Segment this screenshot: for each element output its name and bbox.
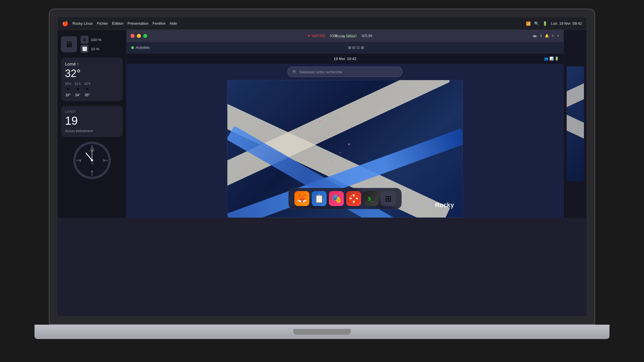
right-panel bbox=[564, 30, 586, 218]
forecast-temp-1: 34° bbox=[75, 93, 80, 97]
right-ribbon-1 bbox=[567, 78, 584, 115]
activities-section: Activités bbox=[131, 45, 150, 50]
battery-icon: 🔋 bbox=[543, 21, 547, 26]
search-placeholder: Saisissez votre recherche bbox=[299, 70, 342, 74]
laptop-base bbox=[34, 325, 610, 339]
dock-grid[interactable]: ⊞ bbox=[381, 191, 396, 206]
widgets-sidebar: 🖥 🖥 100 % ⬜ 10 % bbox=[57, 30, 126, 218]
weather-city: Lomé ↑ bbox=[65, 61, 119, 66]
vm-monitor-icon: 🖥 bbox=[61, 36, 77, 52]
mac-menubar: 🍎 Rocky Linux Fichier Édition Présentati… bbox=[57, 17, 586, 30]
forecast-icon-2: ☀ bbox=[85, 86, 89, 92]
menu-edition[interactable]: Édition bbox=[112, 21, 124, 26]
ticker-brxb-value: 405,99 bbox=[362, 34, 372, 38]
gnome-clock: 19 févr. 10:42 bbox=[334, 57, 356, 61]
dock-camera[interactable]: 🎭 bbox=[329, 191, 344, 206]
dock-notes[interactable]: 📋 bbox=[312, 191, 327, 206]
utm-titlebar: ▼ S&P 500 5006 ▲ BRX-B 405,99 Rocky Linu… bbox=[126, 30, 564, 42]
gnome-search-box[interactable]: 🔍 Saisissez votre recherche bbox=[288, 67, 402, 77]
forecast-hour-1: 11 h bbox=[74, 82, 80, 85]
toolbar-icon-2[interactable]: ⬇ bbox=[540, 34, 543, 38]
forecast-10h: 10 h ☀ 33° bbox=[65, 82, 71, 97]
gnome-tray-icons: 👥 📊 🔋 bbox=[544, 57, 559, 61]
analog-clock: 12 CUP 3 6 -8 9 bbox=[73, 142, 111, 179]
toolbar-icons-group: ⊞ ⊟ ⊡ ⊞ bbox=[348, 45, 364, 50]
rocky-toolbar: Activités ⊞ ⊟ ⊡ ⊞ bbox=[126, 42, 564, 53]
toolbar-icon-1[interactable]: ◀▶ bbox=[532, 34, 537, 38]
utm-window: ▼ S&P 500 5006 ▲ BRX-B 405,99 Rocky Linu… bbox=[126, 30, 564, 218]
minimize-button[interactable] bbox=[137, 34, 141, 38]
search-menu-icon[interactable]: 🔍 bbox=[534, 21, 539, 26]
toolbar-right: ◀▶ ⬇ 🔔 ↻ ✕ bbox=[532, 34, 559, 38]
forecast-11h: 11 h ☀ 34° bbox=[74, 82, 80, 97]
forecast-icon-0: ☀ bbox=[66, 86, 70, 92]
vm-stats: 🖥 100 % ⬜ 10 % bbox=[80, 36, 101, 53]
fullscreen-button[interactable] bbox=[143, 34, 147, 38]
calendar-event: Aucun événement bbox=[65, 129, 119, 133]
svg-text:-8: -8 bbox=[91, 162, 93, 165]
vm-display[interactable]: 19 févr. 10:42 👥 📊 🔋 🔍 Sais bbox=[126, 53, 564, 218]
cpu-stat-row: 🖥 100 % bbox=[80, 36, 101, 44]
menu-fenetre[interactable]: Fenêtre bbox=[153, 21, 166, 26]
vm-content: Activités ⊞ ⊟ ⊡ ⊞ 19 févr. 10:42 bbox=[126, 42, 564, 218]
window-controls bbox=[131, 34, 147, 38]
svg-text:3: 3 bbox=[103, 159, 105, 162]
ticker-sp500-label: ▼ S&P 500 bbox=[307, 34, 325, 38]
rocky-logo: ^ Rocky bbox=[430, 201, 454, 209]
toolbar-icon-3[interactable]: 🔔 bbox=[545, 34, 549, 38]
weather-temperature: 32° bbox=[65, 68, 119, 80]
gnome-tray: 👥 📊 🔋 bbox=[544, 57, 559, 61]
laptop-shell: 🍎 Rocky Linux Fichier Édition Présentati… bbox=[34, 9, 610, 353]
particle-3 bbox=[337, 118, 338, 119]
activities-label[interactable]: Activités bbox=[136, 45, 150, 50]
svg-text:6: 6 bbox=[91, 170, 93, 173]
particle-9 bbox=[365, 178, 367, 180]
rocky-chevron-icon: ^ bbox=[430, 202, 433, 208]
app-name[interactable]: Rocky Linux bbox=[72, 21, 93, 26]
dock-firefox[interactable]: 🦊 bbox=[294, 191, 309, 206]
cpu-usage: 100 % bbox=[91, 38, 101, 42]
close-button[interactable] bbox=[131, 34, 135, 38]
clock-face-svg: 12 CUP 3 6 -8 9 bbox=[74, 142, 110, 179]
dock-lifebuoy[interactable]: 🛟 bbox=[346, 191, 361, 206]
svg-point-13 bbox=[91, 159, 93, 161]
mem-icon: ⬜ bbox=[80, 45, 89, 53]
toolbar-icon-4[interactable]: ↻ bbox=[551, 34, 554, 38]
right-panel-preview bbox=[567, 66, 584, 181]
grid-icon: ⊞ bbox=[385, 194, 392, 203]
window-title: Rocky Linux bbox=[335, 34, 355, 38]
gnome-search-bar: 🔍 Saisissez votre recherche bbox=[288, 67, 402, 77]
apple-logo-icon[interactable]: 🍎 bbox=[62, 20, 68, 27]
screen-bezel: 🍎 Rocky Linux Fichier Édition Présentati… bbox=[49, 9, 595, 325]
gnome-topbar: 19 févr. 10:42 👥 📊 🔋 bbox=[126, 53, 564, 64]
toolbar-icon-5[interactable]: ✕ bbox=[557, 34, 559, 38]
right-ribbon-2 bbox=[567, 107, 584, 144]
particle-1 bbox=[319, 120, 321, 122]
forecast-hour-0: 10 h bbox=[65, 82, 71, 85]
particle-5 bbox=[348, 143, 350, 145]
search-icon: 🔍 bbox=[292, 70, 297, 74]
cpu-icon: 🖥 bbox=[80, 36, 89, 44]
mem-stat-row: ⬜ 10 % bbox=[80, 45, 101, 53]
main-area: 🖥 🖥 100 % ⬜ 10 % bbox=[57, 30, 586, 218]
particle-2 bbox=[328, 126, 329, 127]
menu-presentation[interactable]: Présentation bbox=[128, 21, 149, 26]
utm-controls: 🖥 🖥 100 % ⬜ 10 % bbox=[61, 36, 123, 53]
forecast-hour-2: 12 h bbox=[84, 82, 90, 85]
menu-aide[interactable]: Aide bbox=[169, 21, 177, 26]
particle-4 bbox=[317, 138, 317, 138]
rocky-logo-text: Rocky bbox=[435, 201, 454, 209]
terminal-icon: $_ bbox=[368, 196, 374, 202]
forecast-temp-2: 35° bbox=[85, 93, 90, 97]
particle-8 bbox=[354, 169, 355, 170]
calendar-widget: LUNDI 19 Aucun événement bbox=[61, 106, 123, 137]
activity-indicator bbox=[131, 46, 134, 49]
dock-terminal[interactable]: $_ bbox=[363, 191, 378, 206]
forecast-temp-0: 33° bbox=[66, 93, 71, 97]
particle-6 bbox=[340, 152, 341, 153]
menu-fichier[interactable]: Fichier bbox=[97, 21, 108, 26]
lifebuoy-icon: 🛟 bbox=[349, 194, 359, 203]
notes-icon: 📋 bbox=[314, 194, 324, 203]
calendar-day-label: LUNDI bbox=[65, 110, 119, 113]
toolbar-center: ⊞ ⊟ ⊡ ⊞ bbox=[153, 45, 559, 50]
